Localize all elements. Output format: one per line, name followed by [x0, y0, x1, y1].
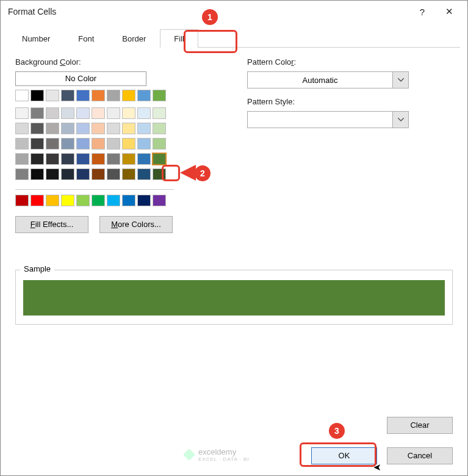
- color-swatch[interactable]: [137, 195, 151, 206]
- tab-border[interactable]: Border: [108, 29, 160, 48]
- ok-button[interactable]: OK: [311, 447, 377, 464]
- color-swatch[interactable]: [15, 90, 29, 101]
- color-swatch[interactable]: [122, 107, 135, 119]
- color-swatch[interactable]: [31, 107, 44, 119]
- color-swatch[interactable]: [76, 123, 90, 134]
- color-swatch[interactable]: [46, 195, 59, 206]
- color-swatch[interactable]: [46, 168, 59, 180]
- color-swatch[interactable]: [107, 168, 120, 180]
- color-swatch[interactable]: [122, 153, 135, 165]
- color-swatch[interactable]: [61, 123, 74, 134]
- color-swatch[interactable]: [61, 90, 74, 101]
- color-swatch[interactable]: [31, 138, 44, 150]
- color-swatch[interactable]: [153, 195, 166, 206]
- color-palette: [15, 107, 211, 182]
- tab-strip: Number Font Border Fill: [8, 29, 460, 48]
- color-swatch[interactable]: [122, 90, 135, 101]
- color-swatch[interactable]: [107, 123, 120, 134]
- color-swatch[interactable]: [122, 138, 135, 150]
- color-swatch[interactable]: [46, 138, 59, 150]
- sample-label: Sample: [20, 264, 54, 273]
- pattern-color-value: Automatic: [248, 76, 392, 85]
- tab-fill[interactable]: Fill: [160, 29, 198, 48]
- color-swatch[interactable]: [15, 153, 29, 165]
- color-swatch[interactable]: [31, 195, 44, 206]
- no-color-button[interactable]: No Color: [15, 71, 146, 86]
- color-swatch[interactable]: [61, 107, 74, 119]
- color-swatch[interactable]: [107, 107, 120, 119]
- pattern-color-label: Pattern Color:: [247, 57, 453, 67]
- color-swatch[interactable]: [122, 168, 135, 180]
- color-swatch[interactable]: [31, 168, 44, 180]
- color-swatch[interactable]: [92, 107, 105, 119]
- chevron-down-icon: [392, 112, 408, 128]
- color-swatch[interactable]: [107, 90, 120, 101]
- color-swatch[interactable]: [15, 107, 29, 119]
- color-swatch[interactable]: [107, 195, 120, 206]
- palette-divider: [15, 189, 174, 190]
- color-swatch[interactable]: [153, 138, 166, 150]
- color-swatch[interactable]: [31, 90, 44, 101]
- color-swatch[interactable]: [137, 107, 151, 119]
- color-swatch[interactable]: [46, 90, 59, 101]
- color-swatch[interactable]: [137, 138, 151, 150]
- color-swatch[interactable]: [137, 123, 151, 134]
- color-swatch[interactable]: [15, 168, 29, 180]
- theme-colors-row: [15, 90, 211, 101]
- color-swatch[interactable]: [31, 153, 44, 165]
- color-swatch[interactable]: [76, 168, 90, 180]
- color-swatch[interactable]: [15, 138, 29, 150]
- dialog-title: Format Cells: [8, 7, 409, 16]
- sample-preview: [23, 280, 445, 316]
- close-button[interactable]: ✕: [436, 3, 463, 20]
- color-swatch[interactable]: [137, 90, 151, 101]
- color-swatch[interactable]: [122, 195, 135, 206]
- color-swatch[interactable]: [92, 195, 105, 206]
- more-colors-button[interactable]: More Colors...: [99, 216, 173, 233]
- color-swatch[interactable]: [76, 138, 90, 150]
- sample-group: Sample: [15, 270, 453, 325]
- fill-effects-button[interactable]: Fill Effects...: [15, 216, 88, 233]
- color-swatch[interactable]: [153, 123, 166, 134]
- color-swatch[interactable]: [122, 123, 135, 134]
- color-swatch[interactable]: [76, 153, 90, 165]
- color-swatch[interactable]: [76, 90, 90, 101]
- color-swatch[interactable]: [15, 123, 29, 134]
- color-swatch[interactable]: [46, 153, 59, 165]
- tab-number[interactable]: Number: [8, 29, 64, 48]
- color-swatch[interactable]: [137, 168, 151, 180]
- color-swatch[interactable]: [153, 153, 166, 165]
- color-swatch[interactable]: [92, 168, 105, 180]
- color-swatch[interactable]: [153, 90, 166, 101]
- color-swatch[interactable]: [153, 168, 166, 180]
- color-swatch[interactable]: [92, 153, 105, 165]
- help-button[interactable]: ?: [409, 3, 436, 20]
- color-swatch[interactable]: [46, 107, 59, 119]
- color-swatch[interactable]: [46, 123, 59, 134]
- color-swatch[interactable]: [92, 138, 105, 150]
- color-swatch[interactable]: [61, 168, 74, 180]
- color-swatch[interactable]: [15, 195, 29, 206]
- color-swatch[interactable]: [107, 138, 120, 150]
- svg-rect-0: [184, 449, 195, 460]
- color-swatch[interactable]: [107, 153, 120, 165]
- pattern-style-label: Pattern Style:: [247, 97, 453, 106]
- color-swatch[interactable]: [153, 107, 166, 119]
- chevron-down-icon: [392, 72, 408, 88]
- color-swatch[interactable]: [92, 123, 105, 134]
- color-swatch[interactable]: [76, 107, 90, 119]
- color-swatch[interactable]: [76, 195, 90, 206]
- color-swatch[interactable]: [61, 195, 74, 206]
- pattern-color-dropdown[interactable]: Automatic: [247, 71, 409, 88]
- color-swatch[interactable]: [137, 153, 151, 165]
- color-swatch[interactable]: [31, 123, 44, 134]
- color-swatch[interactable]: [61, 153, 74, 165]
- background-color-label: Background Color:: [15, 57, 211, 67]
- color-swatch[interactable]: [92, 90, 105, 101]
- clear-button[interactable]: Clear: [387, 417, 453, 434]
- color-swatch[interactable]: [61, 138, 74, 150]
- dialog-titlebar: Format Cells ? ✕: [1, 1, 467, 23]
- cancel-button[interactable]: Cancel: [387, 447, 453, 464]
- tab-font[interactable]: Font: [64, 29, 108, 48]
- pattern-style-dropdown[interactable]: [247, 111, 409, 128]
